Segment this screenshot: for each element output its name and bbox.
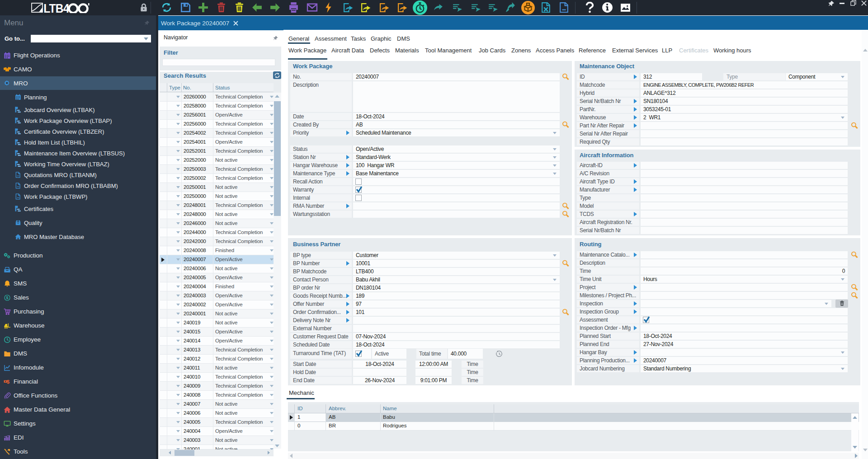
svg-text:$: $ (6, 295, 9, 300)
svg-text:LTB4: LTB4 (43, 2, 69, 13)
svg-text:$: $ (7, 379, 10, 384)
